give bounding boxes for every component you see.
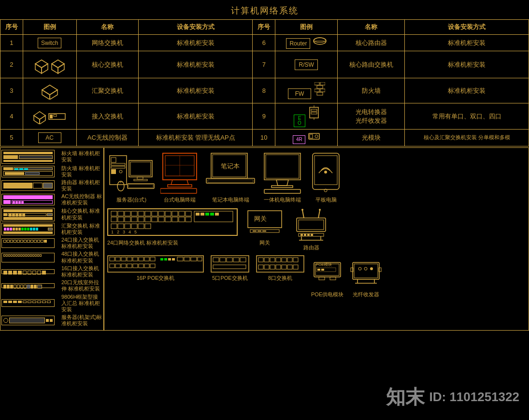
svg-rect-52: [160, 188, 197, 193]
svg-marker-5: [42, 64, 48, 73]
icon-router: Router: [275, 35, 338, 51]
svg-rect-148: [121, 264, 126, 268]
poe-supply-icon: POE模块: [312, 255, 343, 289]
left-item-9806h: 9806H框架型接入汇总 标准机柜安装: [1, 294, 102, 313]
install-5: 标准机柜安装 管理无线AP点: [139, 130, 253, 146]
svg-marker-18: [34, 112, 45, 119]
svg-rect-58: [264, 153, 300, 180]
svg-rect-142: [177, 257, 183, 261]
svg-rect-174: [287, 265, 292, 269]
right-panel: 服务器(台式) 台式电脑终端: [104, 147, 529, 331]
svg-rect-76: [165, 211, 171, 216]
eo-icon-box: EO: [294, 115, 305, 127]
svg-rect-69: [118, 211, 124, 216]
left-item-router: 路由器 标准机柜安装: [1, 179, 102, 192]
col-header-name2: 名称: [338, 20, 405, 35]
fiber-module-icon: [309, 105, 319, 120]
tablet-device-item: 平板电脑: [308, 151, 344, 203]
svg-rect-103: [145, 224, 151, 229]
svg-marker-50: [171, 180, 188, 185]
svg-rect-84: [138, 217, 144, 222]
left-item-48port: 48口接入交换机 标准机柜安装: [1, 251, 102, 263]
svg-rect-139: [164, 258, 167, 261]
svg-rect-114: [262, 231, 266, 232]
desktop-icon: [160, 151, 199, 194]
gateway-icon: 网关: [245, 208, 284, 237]
desktop-label: 台式电脑终端: [164, 196, 196, 203]
poe16-label: 16P POE交换机: [137, 275, 175, 282]
svg-rect-138: [160, 258, 163, 261]
left-item-agg-sw: 汇聚交换机 标准机柜安装: [1, 223, 102, 235]
48port-label: 48口接入交换机 标准机柜安装: [61, 251, 102, 263]
sw8-device-item: 8口交换机: [256, 255, 304, 282]
svg-rect-135: [139, 257, 143, 261]
id-badge: 知末 ID: 1101251322: [386, 384, 519, 410]
name-10: 光模块: [338, 130, 405, 146]
col-header-icon2: 图例: [275, 20, 338, 35]
gateway-label: 网关: [259, 239, 270, 246]
left-item-16port: 16口接入交换机 标准机柜安装: [1, 265, 102, 278]
svg-rect-33: [111, 158, 116, 162]
svg-rect-73: [145, 211, 151, 216]
agg-sw-rack-device: [1, 223, 59, 235]
seq-9: 9: [253, 103, 275, 130]
svg-rect-130: [110, 257, 114, 261]
install-9: 常用有单口、双口、四口: [405, 103, 529, 130]
svg-rect-175: [293, 265, 298, 269]
4r-icon-box: 4R: [293, 135, 305, 144]
svg-rect-147: [115, 264, 120, 268]
svg-rect-70: [125, 211, 130, 216]
router-device-item: 路由器: [292, 208, 330, 251]
access-switch-icon: [33, 107, 67, 124]
install-7: 标准机柜安装: [405, 51, 529, 78]
seq-2: 2: [0, 51, 23, 78]
svg-marker-7: [52, 64, 58, 73]
svg-rect-132: [121, 257, 126, 261]
left-item-rack-server: 服务器(机架式)标准机柜安装: [1, 314, 102, 327]
9806h-label: 9806H框架型接入汇总 标准机柜安装: [61, 294, 102, 313]
svg-rect-143: [184, 257, 190, 261]
firewall-icon: [315, 82, 325, 96]
svg-rect-26: [311, 112, 317, 114]
main-table: 序号 图例 名称 设备安装方式 序号 图例 名称 设备安装方式 1 Switch…: [0, 19, 529, 146]
svg-rect-81: [118, 217, 124, 222]
install-8: 标准机柜安装: [405, 78, 529, 103]
svg-rect-158: [233, 258, 239, 262]
icon-access-switch: [23, 103, 76, 130]
svg-rect-145: [198, 257, 202, 261]
svg-rect-74: [152, 211, 157, 216]
svg-rect-85: [145, 217, 151, 222]
svg-rect-146: [110, 264, 114, 268]
svg-rect-87: [158, 217, 164, 222]
svg-marker-6: [52, 60, 64, 68]
svg-rect-116: [299, 220, 324, 230]
svg-rect-162: [258, 258, 263, 262]
router-rack-device: [1, 180, 59, 191]
icon-switch: Switch: [23, 35, 76, 51]
router-icon-box: Router: [286, 38, 310, 49]
fiber-rx-icon: [350, 255, 382, 289]
router-device-label: 路由器: [303, 244, 319, 251]
rack-server-device: [1, 316, 59, 325]
agg-sw-label: 汇聚交换机 标准机柜安装: [61, 223, 102, 235]
svg-rect-184: [353, 262, 379, 279]
svg-rect-57: [208, 180, 253, 182]
agg-switch-icon: [40, 80, 59, 100]
svg-rect-41: [134, 179, 147, 181]
table-row: 1 Switch 网络交换机 标准机柜安装 6 Router 核心路由器 标准机…: [0, 35, 529, 51]
20port-label: 20口无线室外拉伸 标准机柜安装: [61, 279, 102, 292]
svg-rect-182: [319, 277, 325, 280]
svg-rect-96: [210, 213, 214, 216]
left-item-ac: AC无线控制器 标准机柜安装: [1, 193, 102, 206]
svg-marker-8: [58, 64, 64, 73]
sw8-icon: [256, 255, 304, 273]
poe5-label: 5口POE交换机: [212, 275, 247, 282]
svg-marker-10: [42, 90, 50, 100]
col-header-seq2: 序号: [253, 20, 275, 35]
svg-text:3: 3: [123, 230, 125, 234]
col-header-icon1: 图例: [23, 20, 76, 35]
svg-rect-62: [264, 189, 300, 193]
name-1: 网络交换机: [76, 35, 138, 51]
svg-text:4: 4: [129, 230, 131, 234]
svg-point-1: [314, 38, 326, 43]
